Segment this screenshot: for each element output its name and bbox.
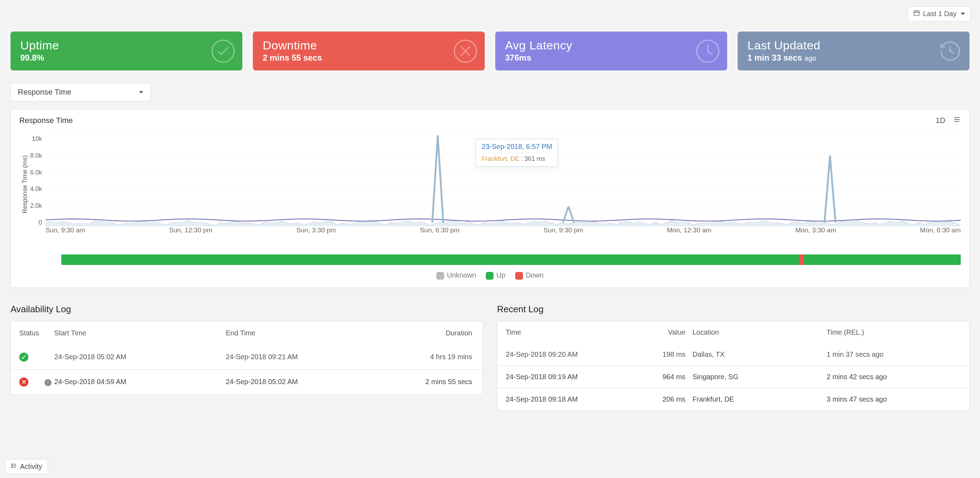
y-axis-ticks: 10k 8.0k 6.0k 4.0k 2.0k 0 bbox=[29, 135, 46, 226]
cell-value: 198 ms bbox=[640, 351, 692, 358]
cell-value: 206 ms bbox=[640, 395, 692, 403]
cell-duration: 4 hrs 19 mins bbox=[397, 353, 474, 361]
x-tick: Sun, 9:30 am bbox=[46, 226, 85, 234]
legend-item-down: Down bbox=[515, 271, 544, 280]
downtime-card: Downtime 2 mins 55 secs bbox=[253, 32, 485, 70]
col-header: Duration bbox=[397, 329, 474, 337]
x-tick: Sun, 3:30 pm bbox=[296, 226, 336, 234]
stat-title: Last Updated bbox=[748, 38, 960, 52]
check-circle-icon bbox=[210, 38, 236, 64]
clock-icon bbox=[695, 38, 721, 64]
activity-tab-label: Activity bbox=[20, 462, 42, 471]
tooltip-location: Frankfurt, DE bbox=[482, 155, 519, 162]
chart-range-label[interactable]: 1D bbox=[935, 116, 945, 125]
stat-title: Downtime bbox=[262, 38, 475, 52]
col-header: Location bbox=[692, 328, 827, 336]
recent-log: Recent Log Time Value Location Time (REL… bbox=[497, 304, 969, 411]
cell-location: Singapore, SG bbox=[692, 373, 827, 381]
cell-location: Frankfurt, DE bbox=[692, 395, 827, 403]
legend-item-up: Up bbox=[486, 271, 506, 280]
cell-start: 24-Sep-2018 04:59 AM bbox=[54, 378, 226, 386]
cell-end: 24-Sep-2018 09:21 AM bbox=[226, 353, 398, 361]
chart-legend: Unknown Up Down bbox=[19, 271, 961, 280]
x-axis-ticks: Sun, 9:30 am Sun, 12:30 pm Sun, 3:30 pm … bbox=[46, 226, 961, 234]
stat-cards: Uptime 99.8% Downtime 2 mins 55 secs Avg… bbox=[11, 32, 969, 70]
activity-tab[interactable]: Activity bbox=[5, 459, 48, 474]
tooltip-value: 361 ms bbox=[524, 155, 545, 162]
availability-log-title: Availability Log bbox=[11, 304, 483, 315]
chart-title: Response Time bbox=[19, 116, 73, 125]
table-row[interactable]: 24-Sep-2018 09:19 AM964 msSingapore, SG2… bbox=[497, 365, 969, 388]
metric-select[interactable]: Response Time bbox=[11, 83, 151, 101]
calendar-icon bbox=[913, 10, 920, 18]
uptime-card: Uptime 99.8% bbox=[11, 32, 242, 70]
x-tick: Mon, 12:30 am bbox=[667, 226, 711, 234]
y-tick: 0 bbox=[38, 219, 42, 226]
chart-menu-icon[interactable] bbox=[953, 116, 961, 126]
status-ok-icon: ✓ bbox=[19, 352, 29, 362]
recent-log-title: Recent Log bbox=[497, 304, 969, 315]
cell-value: 964 ms bbox=[640, 373, 692, 381]
warning-icon: ! bbox=[45, 379, 51, 386]
cell-location: Dallas, TX bbox=[692, 351, 827, 358]
time-range-label: Last 1 Day bbox=[923, 10, 956, 18]
y-tick: 8.0k bbox=[30, 152, 42, 159]
availability-log-table: Status Start Time End Time Duration ✓24-… bbox=[11, 321, 483, 395]
table-row[interactable]: 24-Sep-2018 09:18 AM206 msFrankfurt, DE3… bbox=[497, 388, 969, 410]
stat-value: 2 mins 55 secs bbox=[262, 53, 475, 63]
col-header: Status bbox=[19, 329, 54, 337]
table-row[interactable]: 24-Sep-2018 09:20 AM198 msDallas, TX1 mi… bbox=[497, 343, 969, 365]
cell-rel: 1 min 37 secs ago bbox=[827, 351, 961, 358]
x-tick: Sun, 9:30 pm bbox=[544, 226, 583, 234]
y-tick: 4.0k bbox=[30, 185, 42, 193]
cell-duration: 2 mins 55 secs bbox=[397, 378, 474, 386]
tooltip-sep: : bbox=[521, 155, 524, 162]
cell-end: 24-Sep-2018 05:02 AM bbox=[226, 378, 398, 386]
svg-point-11 bbox=[11, 465, 12, 466]
x-circle-icon bbox=[452, 38, 479, 64]
cell-time: 24-Sep-2018 09:18 AM bbox=[506, 395, 640, 403]
x-tick: Sun, 12:30 pm bbox=[169, 226, 213, 234]
table-row[interactable]: ✓24-Sep-2018 05:02 AM24-Sep-2018 09:21 A… bbox=[11, 345, 483, 370]
cell-time: 24-Sep-2018 09:19 AM bbox=[506, 373, 640, 381]
cell-time: 24-Sep-2018 09:20 AM bbox=[506, 351, 640, 358]
stat-title: Uptime bbox=[20, 38, 232, 52]
col-header: Time bbox=[506, 328, 640, 336]
svg-point-12 bbox=[11, 467, 12, 467]
availability-log: Availability Log Status Start Time End T… bbox=[11, 304, 483, 411]
stat-value-suffix: ago bbox=[805, 54, 816, 62]
legend-label: Unknown bbox=[447, 271, 476, 279]
y-tick: 10k bbox=[32, 135, 42, 143]
y-tick: 6.0k bbox=[30, 169, 42, 176]
time-range-picker[interactable]: Last 1 Day bbox=[908, 6, 970, 21]
x-tick: Mon, 6:30 am bbox=[920, 226, 961, 234]
last-updated-card: Last Updated 1 min 33 secs ago bbox=[738, 32, 969, 70]
chevron-down-icon bbox=[139, 91, 143, 94]
cell-start: 24-Sep-2018 05:02 AM bbox=[54, 353, 226, 361]
svg-point-1 bbox=[212, 40, 234, 62]
uptime-status-bar bbox=[61, 255, 961, 265]
svg-rect-0 bbox=[914, 11, 920, 16]
table-row[interactable]: ✕!24-Sep-2018 04:59 AM24-Sep-2018 05:02 … bbox=[11, 370, 483, 394]
stat-value-num: 1 min 33 secs bbox=[748, 53, 802, 62]
status-error-icon: ✕ bbox=[19, 378, 29, 387]
cell-rel: 2 mins 42 secs ago bbox=[827, 373, 961, 381]
response-time-plot[interactable]: 23-Sep-2018, 6:57 PM Frankfurt, DE : 361… bbox=[46, 135, 961, 233]
x-tick: Mon, 3:30 am bbox=[795, 226, 836, 234]
stat-value: 99.8% bbox=[20, 53, 232, 63]
response-time-chart-card: Response Time 1D Response Time (ms) 10k … bbox=[11, 109, 969, 288]
y-axis-label: Response Time (ms) bbox=[19, 135, 29, 233]
legend-label: Up bbox=[496, 271, 506, 279]
list-icon bbox=[11, 462, 17, 471]
table-header: Time Value Location Time (REL.) bbox=[497, 321, 969, 343]
chart-tooltip: 23-Sep-2018, 6:57 PM Frankfurt, DE : 361… bbox=[476, 139, 558, 166]
chevron-down-icon bbox=[961, 13, 965, 15]
tooltip-date: 23-Sep-2018, 6:57 PM bbox=[482, 143, 552, 151]
col-header: Time (REL.) bbox=[827, 328, 961, 336]
legend-label: Down bbox=[526, 271, 544, 279]
x-tick: Sun, 6:30 pm bbox=[420, 226, 460, 234]
table-header: Status Start Time End Time Duration bbox=[11, 321, 483, 345]
col-header: Start Time bbox=[54, 329, 226, 337]
latency-card: Avg Latency 376ms bbox=[495, 32, 727, 70]
metric-select-label: Response Time bbox=[18, 88, 72, 97]
